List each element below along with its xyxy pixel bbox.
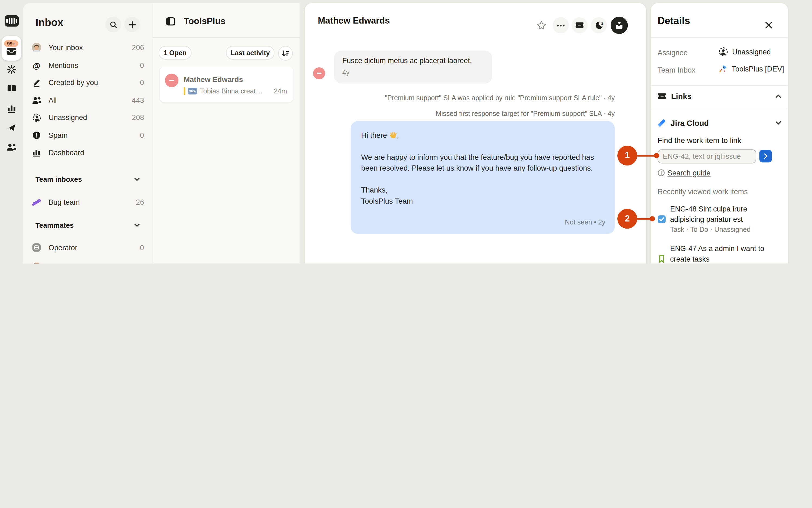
sla-indicator-bar	[184, 87, 185, 95]
sidebar-item-spam[interactable]: Spam 0	[31, 128, 144, 142]
rail-reports-icon[interactable]	[0, 104, 23, 113]
search-button[interactable]	[105, 17, 121, 33]
rail-contacts-icon[interactable]	[0, 142, 23, 152]
snooze-button[interactable]: z	[591, 17, 607, 34]
ticket-button[interactable]	[571, 17, 588, 34]
work-item-eng-47[interactable]: ENG-47 As a admin I want to create tasks…	[658, 243, 772, 263]
search-icon	[109, 20, 117, 29]
app-window: 99+ Inbox	[0, 0, 812, 263]
list-title: ToolsPlus	[184, 16, 225, 27]
sidebar-item-unassigned[interactable]: Unassigned 208	[31, 111, 144, 124]
sort-descending-icon	[281, 49, 289, 57]
chevron-right-icon	[763, 153, 769, 160]
section-teammates[interactable]: Teammates	[36, 221, 140, 229]
jira-search-submit-button[interactable]	[759, 150, 772, 162]
story-bookmark-icon	[658, 255, 666, 263]
reply-greeting: Hi there ,	[361, 130, 604, 141]
customer-avatar	[313, 68, 325, 79]
team-inbox-label: Team Inbox	[658, 66, 695, 74]
message-time: 4y	[343, 69, 484, 76]
sort-filter-pill[interactable]: Last activity	[226, 46, 274, 59]
assignee-value[interactable]: Unassigned	[719, 47, 771, 56]
links-section-header[interactable]: Links	[658, 92, 781, 101]
annotation-line-1	[636, 155, 656, 157]
work-item-eng-48[interactable]: ENG-48 Sint culpa irure adipisicing pari…	[658, 204, 772, 235]
team-inbox-value[interactable]: ToolsPlus [DEV]	[719, 64, 784, 73]
message-text: Fusce dictum metus ac placerat laoreet.	[343, 56, 484, 65]
your-inbox-avatar	[31, 43, 42, 52]
chevron-down-icon	[134, 223, 140, 227]
sidebar-item-tina-miles[interactable]: Tina Miles 2	[31, 260, 144, 263]
operator-bot-icon	[31, 243, 42, 252]
jira-cloud-header[interactable]: Jira Cloud	[658, 119, 781, 128]
at-icon: @	[31, 61, 42, 70]
section-team-inboxes[interactable]: Team inboxes	[36, 175, 140, 183]
ticket-icon	[575, 22, 584, 29]
details-title: Details	[658, 15, 690, 27]
caterpillar-emoji-icon	[31, 198, 42, 206]
reply-paragraph: We are happy to inform you that the feat…	[361, 152, 604, 174]
dashboard-icon	[31, 149, 42, 157]
rail-inbox-button[interactable]: 99+	[2, 36, 21, 61]
conversation-preview: Tobias Binna creat…	[200, 87, 271, 95]
sidebar-item-created-by-you[interactable]: Created by you 0	[31, 76, 144, 89]
sidebar-item-dashboard[interactable]: Dashboard	[31, 146, 144, 159]
people-icon	[31, 96, 42, 104]
sidebar-item-bug-team[interactable]: Bug team 26	[31, 195, 144, 209]
panel-toggle-icon[interactable]	[166, 17, 175, 26]
new-emoji-badge: NEW	[188, 88, 197, 94]
details-panel: Details Assignee Unassigned Team Inbox T…	[651, 3, 788, 263]
star-icon[interactable]	[536, 20, 546, 30]
sidebar-item-mentions[interactable]: @ Mentions 0	[31, 58, 144, 72]
ellipsis-icon	[557, 25, 565, 27]
wave-emoji-icon	[389, 131, 397, 139]
plus-icon	[128, 20, 136, 29]
app-rail: 99+	[0, 0, 23, 263]
chevron-down-icon	[775, 121, 781, 125]
conversation-list-item[interactable]: Mathew Edwards NEW Tobias Binna creat… 2…	[160, 66, 294, 102]
chevron-up-icon	[775, 94, 781, 98]
assignee-label: Assignee	[658, 48, 687, 57]
unassigned-person-icon	[31, 113, 42, 122]
unassigned-person-icon	[719, 47, 728, 56]
annotation-dot-2	[649, 216, 655, 221]
reply-closing: Thanks,	[361, 185, 604, 196]
sidebar-item-operator[interactable]: Operator 0	[31, 241, 144, 254]
intercom-logo-icon[interactable]	[5, 15, 19, 27]
unread-count-badge: 99+	[3, 40, 19, 48]
conversation-title: Mathew Edwards	[318, 16, 390, 26]
more-options-button[interactable]	[553, 17, 569, 34]
close-conversation-button[interactable]	[611, 17, 628, 34]
reply-signature: ToolsPlus Team	[361, 196, 604, 207]
sidebar-item-all[interactable]: All 443	[31, 93, 144, 107]
close-inbox-icon	[615, 21, 624, 30]
inbox-sidebar: Inbox Your inbox 206 @ Mentions 0 Create…	[23, 3, 152, 263]
close-icon[interactable]	[765, 21, 773, 29]
sidebar-title: Inbox	[36, 17, 63, 29]
recently-viewed-header: Recently viewed work items	[658, 187, 748, 196]
rail-fin-icon[interactable]	[0, 64, 23, 75]
conversation-panel: Mathew Edwards z Fusce dictum metus ac p…	[305, 3, 646, 263]
pencil-icon	[31, 78, 42, 87]
jira-logo-icon	[658, 119, 666, 127]
new-conversation-button[interactable]	[124, 17, 140, 33]
sla-event: Missed first response target for "Premiu…	[436, 110, 615, 118]
conversation-preview-row: NEW Tobias Binna creat… 24m	[184, 87, 287, 95]
jira-search-input[interactable]	[658, 149, 756, 163]
search-guide-link[interactable]: Search guide	[668, 169, 711, 177]
annotation-badge-1: 1	[617, 146, 637, 165]
rail-knowledge-icon[interactable]	[0, 84, 23, 93]
conversation-time: 24m	[274, 87, 287, 95]
customer-avatar	[165, 74, 178, 87]
seen-status: Not seen • 2y	[565, 217, 605, 227]
inbox-tray-icon	[6, 47, 17, 55]
conversation-list-panel: ToolsPlus 1 Open Last activity Mathew Ed…	[152, 3, 300, 263]
sidebar-item-your-inbox[interactable]: Your inbox 206	[31, 41, 144, 54]
open-filter-pill[interactable]: 1 Open	[159, 46, 191, 59]
svg-text:z: z	[601, 21, 603, 25]
annotation-badge-2: 2	[617, 209, 637, 228]
sla-event: "Premium support" SLA was applied by rul…	[385, 94, 615, 102]
sort-direction-button[interactable]	[278, 46, 293, 61]
conversation-name: Mathew Edwards	[184, 75, 243, 84]
rail-outbound-icon[interactable]	[0, 123, 23, 132]
